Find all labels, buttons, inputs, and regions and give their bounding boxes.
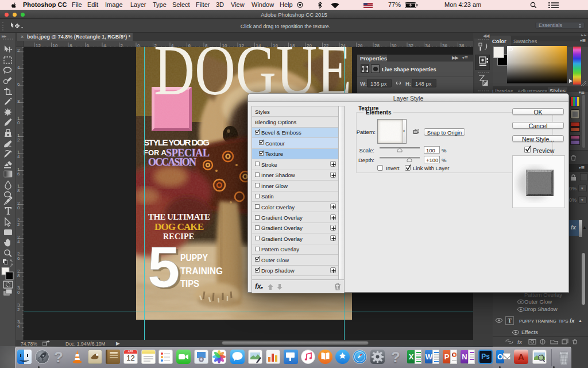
svg-text:fx: fx: [517, 339, 523, 345]
svg-text:FOR A: FOR A: [144, 148, 167, 157]
svg-text:TRAINING: TRAINING: [180, 266, 223, 276]
svg-text:0: 0: [17, 290, 20, 295]
svg-text:PUPPY: PUPPY: [180, 253, 208, 263]
svg-text:5: 5: [148, 235, 180, 299]
svg-text:DOG CAKE: DOG CAKE: [154, 221, 204, 232]
svg-text:4: 4: [17, 239, 20, 244]
svg-text:4: 4: [17, 154, 20, 159]
svg-text:0: 0: [17, 205, 20, 210]
svg-text:2: 2: [17, 307, 20, 312]
svg-text:8: 8: [17, 273, 20, 278]
svg-text:8: 8: [17, 99, 20, 104]
svg-text:OCCASION: OCCASION: [148, 156, 196, 168]
svg-text:4: 4: [17, 324, 20, 329]
svg-text:6: 6: [17, 256, 20, 261]
svg-text:8: 8: [17, 188, 20, 193]
svg-text:TIPS: TIPS: [180, 279, 199, 289]
svg-text:2: 2: [17, 222, 20, 227]
svg-text:4: 4: [17, 65, 20, 70]
svg-text:0: 0: [17, 120, 20, 125]
svg-text:THE ULTIMATE: THE ULTIMATE: [148, 212, 210, 221]
svg-text:2: 2: [17, 137, 20, 143]
svg-text:STYLE YOUR DOG: STYLE YOUR DOG: [144, 137, 210, 147]
svg-text:6: 6: [17, 82, 20, 87]
svg-text:6: 6: [17, 171, 20, 177]
svg-text:2: 2: [17, 48, 20, 53]
